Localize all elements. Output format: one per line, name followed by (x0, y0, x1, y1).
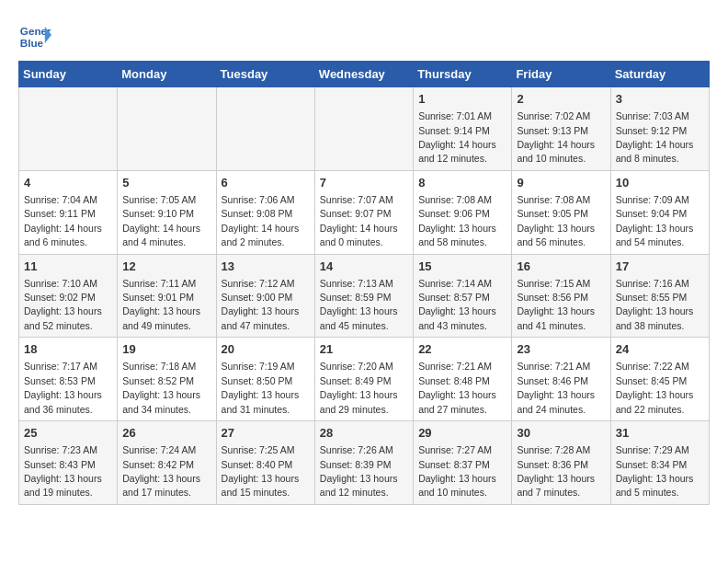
day-info: Sunrise: 7:16 AM Sunset: 8:55 PM Dayligh… (616, 278, 694, 331)
day-info: Sunrise: 7:21 AM Sunset: 8:46 PM Dayligh… (517, 361, 595, 414)
day-cell (19, 87, 118, 171)
week-row-5: 25Sunrise: 7:23 AM Sunset: 8:43 PM Dayli… (19, 421, 710, 505)
day-cell: 25Sunrise: 7:23 AM Sunset: 8:43 PM Dayli… (19, 421, 118, 505)
day-number: 17 (616, 259, 704, 275)
week-row-3: 11Sunrise: 7:10 AM Sunset: 9:02 PM Dayli… (19, 254, 710, 338)
day-info: Sunrise: 7:11 AM Sunset: 9:01 PM Dayligh… (122, 278, 200, 331)
weekday-header-tuesday: Tuesday (216, 62, 314, 87)
day-info: Sunrise: 7:25 AM Sunset: 8:40 PM Dayligh… (222, 444, 300, 498)
day-info: Sunrise: 7:18 AM Sunset: 8:52 PM Dayligh… (122, 361, 200, 414)
day-number: 6 (222, 175, 310, 191)
day-cell: 15Sunrise: 7:14 AM Sunset: 8:57 PM Dayli… (414, 254, 512, 338)
day-cell: 8Sunrise: 7:08 AM Sunset: 9:06 PM Daylig… (414, 170, 512, 254)
weekday-header-monday: Monday (118, 62, 216, 87)
day-number: 9 (517, 175, 605, 191)
day-number: 5 (122, 175, 210, 191)
day-info: Sunrise: 7:03 AM Sunset: 9:12 PM Dayligh… (616, 110, 694, 164)
day-info: Sunrise: 7:14 AM Sunset: 8:57 PM Dayligh… (418, 278, 496, 331)
day-number: 10 (616, 175, 704, 191)
day-number: 4 (24, 175, 112, 191)
day-number: 19 (122, 341, 210, 358)
day-info: Sunrise: 7:23 AM Sunset: 8:43 PM Dayligh… (24, 444, 102, 498)
day-cell: 5Sunrise: 7:05 AM Sunset: 9:10 PM Daylig… (118, 170, 216, 254)
day-cell (118, 87, 216, 171)
day-cell: 18Sunrise: 7:17 AM Sunset: 8:53 PM Dayli… (19, 338, 118, 421)
day-number: 11 (24, 259, 112, 275)
day-number: 18 (24, 341, 112, 358)
day-cell: 24Sunrise: 7:22 AM Sunset: 8:45 PM Dayli… (610, 338, 709, 421)
day-number: 1 (418, 91, 506, 108)
day-info: Sunrise: 7:15 AM Sunset: 8:56 PM Dayligh… (517, 278, 595, 331)
day-cell: 1Sunrise: 7:01 AM Sunset: 9:14 PM Daylig… (414, 87, 512, 171)
day-number: 27 (222, 425, 310, 442)
day-cell: 31Sunrise: 7:29 AM Sunset: 8:34 PM Dayli… (610, 421, 709, 505)
day-number: 21 (320, 341, 408, 358)
day-cell: 2Sunrise: 7:02 AM Sunset: 9:13 PM Daylig… (512, 87, 610, 171)
week-row-4: 18Sunrise: 7:17 AM Sunset: 8:53 PM Dayli… (19, 338, 710, 421)
day-cell: 20Sunrise: 7:19 AM Sunset: 8:50 PM Dayli… (216, 338, 314, 421)
day-cell: 19Sunrise: 7:18 AM Sunset: 8:52 PM Dayli… (118, 338, 216, 421)
day-cell: 21Sunrise: 7:20 AM Sunset: 8:49 PM Dayli… (314, 338, 413, 421)
day-number: 8 (418, 175, 506, 191)
day-cell: 12Sunrise: 7:11 AM Sunset: 9:01 PM Dayli… (118, 254, 216, 338)
weekday-header-wednesday: Wednesday (314, 62, 413, 87)
day-info: Sunrise: 7:06 AM Sunset: 9:08 PM Dayligh… (222, 194, 300, 247)
weekday-header-saturday: Saturday (610, 62, 709, 87)
day-info: Sunrise: 7:08 AM Sunset: 9:05 PM Dayligh… (517, 194, 595, 247)
logo: General Blue (18, 18, 55, 52)
day-cell: 22Sunrise: 7:21 AM Sunset: 8:48 PM Dayli… (414, 338, 512, 421)
day-cell: 10Sunrise: 7:09 AM Sunset: 9:04 PM Dayli… (610, 170, 709, 254)
day-info: Sunrise: 7:26 AM Sunset: 8:39 PM Dayligh… (320, 444, 398, 498)
day-cell: 27Sunrise: 7:25 AM Sunset: 8:40 PM Dayli… (216, 421, 314, 505)
day-cell: 30Sunrise: 7:28 AM Sunset: 8:36 PM Dayli… (512, 421, 610, 505)
day-cell: 28Sunrise: 7:26 AM Sunset: 8:39 PM Dayli… (314, 421, 413, 505)
day-info: Sunrise: 7:05 AM Sunset: 9:10 PM Dayligh… (122, 194, 200, 247)
day-number: 12 (122, 259, 210, 275)
svg-text:Blue: Blue (20, 37, 44, 49)
day-info: Sunrise: 7:21 AM Sunset: 8:48 PM Dayligh… (418, 361, 496, 414)
day-cell: 26Sunrise: 7:24 AM Sunset: 8:42 PM Dayli… (118, 421, 216, 505)
day-number: 24 (616, 341, 704, 358)
day-info: Sunrise: 7:04 AM Sunset: 9:11 PM Dayligh… (24, 194, 102, 247)
day-info: Sunrise: 7:07 AM Sunset: 9:07 PM Dayligh… (320, 194, 398, 247)
logo-icon: General Blue (18, 18, 51, 52)
day-number: 22 (418, 341, 506, 358)
day-cell: 6Sunrise: 7:06 AM Sunset: 9:08 PM Daylig… (216, 170, 314, 254)
day-number: 25 (24, 425, 112, 442)
day-cell: 4Sunrise: 7:04 AM Sunset: 9:11 PM Daylig… (19, 170, 118, 254)
day-info: Sunrise: 7:28 AM Sunset: 8:36 PM Dayligh… (517, 444, 595, 498)
weekday-header-row: SundayMondayTuesdayWednesdayThursdayFrid… (19, 62, 710, 87)
day-info: Sunrise: 7:12 AM Sunset: 9:00 PM Dayligh… (222, 278, 300, 331)
weekday-header-friday: Friday (512, 62, 610, 87)
day-cell: 17Sunrise: 7:16 AM Sunset: 8:55 PM Dayli… (610, 254, 709, 338)
day-number: 14 (320, 259, 408, 275)
weekday-header-thursday: Thursday (414, 62, 512, 87)
day-number: 23 (517, 341, 605, 358)
day-info: Sunrise: 7:17 AM Sunset: 8:53 PM Dayligh… (24, 361, 102, 414)
day-info: Sunrise: 7:19 AM Sunset: 8:50 PM Dayligh… (222, 361, 300, 414)
day-info: Sunrise: 7:22 AM Sunset: 8:45 PM Dayligh… (616, 361, 694, 414)
day-info: Sunrise: 7:02 AM Sunset: 9:13 PM Dayligh… (517, 110, 595, 164)
calendar-table: SundayMondayTuesdayWednesdayThursdayFrid… (18, 61, 710, 505)
day-info: Sunrise: 7:13 AM Sunset: 8:59 PM Dayligh… (320, 278, 398, 331)
day-cell: 14Sunrise: 7:13 AM Sunset: 8:59 PM Dayli… (314, 254, 413, 338)
day-cell: 13Sunrise: 7:12 AM Sunset: 9:00 PM Dayli… (216, 254, 314, 338)
day-info: Sunrise: 7:27 AM Sunset: 8:37 PM Dayligh… (418, 444, 496, 498)
day-info: Sunrise: 7:08 AM Sunset: 9:06 PM Dayligh… (418, 194, 496, 247)
day-number: 20 (222, 341, 310, 358)
day-info: Sunrise: 7:01 AM Sunset: 9:14 PM Dayligh… (418, 110, 496, 164)
day-number: 16 (517, 259, 605, 275)
weekday-header-sunday: Sunday (19, 62, 118, 87)
day-info: Sunrise: 7:10 AM Sunset: 9:02 PM Dayligh… (24, 278, 102, 331)
week-row-2: 4Sunrise: 7:04 AM Sunset: 9:11 PM Daylig… (19, 170, 710, 254)
week-row-1: 1Sunrise: 7:01 AM Sunset: 9:14 PM Daylig… (19, 87, 710, 171)
day-info: Sunrise: 7:24 AM Sunset: 8:42 PM Dayligh… (122, 444, 200, 498)
day-number: 29 (418, 425, 506, 442)
day-cell (314, 87, 413, 171)
day-number: 3 (616, 91, 704, 108)
day-cell: 3Sunrise: 7:03 AM Sunset: 9:12 PM Daylig… (610, 87, 709, 171)
day-number: 7 (320, 175, 408, 191)
day-number: 13 (222, 259, 310, 275)
day-cell: 7Sunrise: 7:07 AM Sunset: 9:07 PM Daylig… (314, 170, 413, 254)
day-info: Sunrise: 7:20 AM Sunset: 8:49 PM Dayligh… (320, 361, 398, 414)
